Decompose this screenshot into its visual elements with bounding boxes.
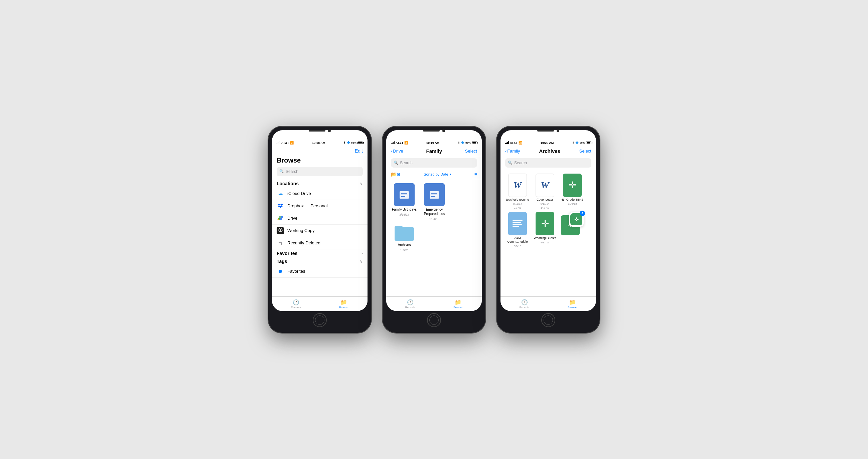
phone-top-bar-3 [496, 126, 600, 135]
drive-label: Drive [287, 216, 297, 221]
status-left-3: AT&T 📶 [505, 141, 522, 144]
dropbox-item[interactable]: Dropbox — Personal [272, 200, 368, 212]
am-comm-name: A&M Comm...hedule [505, 236, 530, 244]
battery-fill-3 [587, 142, 590, 143]
family-nav-bar: ‹ Drive Family Select [386, 146, 482, 156]
battery-pct-1: 85% [351, 141, 356, 144]
back-button-2[interactable]: ‹ Drive [391, 149, 403, 154]
home-button-1[interactable] [313, 313, 327, 327]
search-container-2: 🔍 Search [386, 156, 482, 170]
emergency-name: Emergency Preparedness [421, 207, 448, 216]
search-bar-3[interactable]: 🔍 Search [505, 158, 591, 168]
trash-icon: 🗑 [277, 239, 284, 247]
favorites-tag-item[interactable]: Favorites [272, 265, 368, 278]
recently-deleted-label: Recently Deleted [287, 240, 320, 245]
carrier-3: AT&T [510, 141, 518, 144]
drive-icon [277, 215, 284, 222]
edit-button[interactable]: Edit [355, 148, 363, 154]
clock-icon-2: 🕐 [407, 299, 414, 305]
list-view-icon[interactable]: ≡ [474, 172, 477, 177]
search-bar-2[interactable]: 🔍 Search [391, 158, 477, 168]
browse-tab-2[interactable]: 📁 Browse [434, 297, 482, 311]
bar3 [279, 142, 279, 144]
folder-icon-1: 📁 [340, 299, 347, 305]
phone-1: AT&T 📶 10:18 AM ⬆ 🔷 85% Edit Browse 🔍 Se… [268, 126, 372, 333]
wedding-guests-icon: ✛ [535, 212, 554, 235]
bar1-3 [505, 143, 506, 144]
bar1 [277, 143, 277, 144]
back-chevron-icon-3: ‹ [505, 149, 506, 154]
search-icon-3: 🔍 [508, 161, 513, 165]
word-w-icon-2: W [541, 180, 549, 191]
wedding-guests-name: Wedding Guests [534, 236, 556, 240]
favorites-section-header[interactable]: Favorites › [272, 249, 368, 257]
family-toolbar: 📂⊕ Sorted by Date ▾ ≡ [386, 170, 482, 179]
cover-letter-size: 142 KB [540, 206, 549, 209]
working-copy-item[interactable]: ⓵ Working Copy [272, 225, 368, 237]
browse-tab-3[interactable]: 📁 Browse [548, 297, 596, 311]
bar3-3 [507, 142, 508, 144]
wedding-guests-item[interactable]: ✛ Wedding Guests 9/17/13 [533, 212, 557, 248]
phone-screen-3: AT&T 📶 10:20 AM ⬆ 🔷 85% ‹ Family Archive… [500, 130, 596, 311]
favorites-title: Favorites [277, 251, 297, 256]
battery-fill-1 [358, 142, 362, 143]
popup-overlay-container: ✛ 4 [569, 212, 584, 227]
bar2 [278, 142, 278, 144]
sort-area[interactable]: Sorted by Date ▾ [424, 172, 451, 176]
browse-nav-1: Edit [272, 146, 368, 155]
search-bar-1[interactable]: 🔍 Search [277, 167, 363, 176]
popup-icon-container: ✛ ✛ 4 [561, 212, 584, 235]
archives-folder-subtitle: 1 item [400, 249, 409, 252]
time-3: 10:20 AM [540, 141, 554, 144]
search-placeholder-1: Search [286, 169, 298, 174]
emergency-item[interactable]: Emergency Preparedness 11/4/15 [421, 183, 448, 221]
home-button-2[interactable] [427, 313, 441, 327]
recents-tab-2[interactable]: 🕐 Recents [386, 297, 434, 311]
teachers-resume-item[interactable]: W teacher's resume 9/11/14 21 KB [505, 173, 530, 210]
bar2-2 [392, 142, 393, 144]
toolbar-left-2: 📂⊕ [391, 172, 401, 177]
cover-letter-icon: W [535, 173, 554, 197]
popup-item[interactable]: ✛ ✛ 4 [560, 212, 585, 248]
bar3-2 [393, 142, 394, 144]
tab-bar-2: 🕐 Recents 📁 Browse [386, 296, 482, 311]
recents-tab-1[interactable]: 🕐 Recents [272, 297, 320, 311]
cross-icon-2: ✛ [541, 218, 549, 229]
browse-label-2: Browse [454, 306, 462, 309]
time-2: 10:19 AM [426, 141, 439, 144]
tags-section-header: Tags ∨ [272, 257, 368, 265]
family-birthdays-item[interactable]: Family Birthdays 3/16/17 [391, 183, 417, 221]
teks-icon: ✛ [563, 173, 582, 197]
back-label-2: Drive [393, 149, 403, 154]
drive-item[interactable]: Drive [272, 212, 368, 225]
select-button-3[interactable]: Select [579, 149, 591, 154]
archives-folder-item[interactable]: Archives 1 item [391, 224, 417, 252]
teks-name: 4th Grade TEKS [561, 198, 583, 202]
archives-nav-bar: ‹ Family Archives Select [500, 146, 596, 156]
folder-icon-2: 📁 [455, 299, 461, 305]
signal-2 [391, 141, 395, 144]
recently-deleted-item[interactable]: 🗑 Recently Deleted [272, 237, 368, 249]
locations-chevron-icon: ∨ [360, 181, 363, 186]
emergency-icon [424, 183, 445, 206]
teks-item[interactable]: ✛ 4th Grade TEKS 11/6/13 [560, 173, 585, 210]
browse-tab-1[interactable]: 📁 Browse [320, 297, 368, 311]
pages-icon [508, 212, 527, 235]
cover-letter-date: 9/11/14 [540, 202, 550, 205]
icloud-drive-item[interactable]: ☁ iCloud Drive [272, 188, 368, 200]
search-placeholder-2: Search [400, 161, 413, 165]
select-button-2[interactable]: Select [465, 149, 477, 154]
time-1: 10:18 AM [312, 141, 325, 144]
back-button-3[interactable]: ‹ Family [505, 149, 520, 154]
carrier-2: AT&T [396, 141, 403, 144]
wifi-icon-1: 📶 [290, 141, 294, 144]
cover-letter-item[interactable]: W Cover Letter 9/11/14 142 KB [533, 173, 557, 210]
speaker-3 [537, 130, 554, 132]
am-comm-item[interactable]: A&M Comm...hedule 9/5/13 [505, 212, 530, 248]
home-button-3[interactable] [541, 313, 555, 327]
recents-tab-3[interactable]: 🕐 Recents [500, 297, 548, 311]
teachers-resume-date: 9/11/14 [513, 202, 522, 205]
emergency-date: 11/4/15 [429, 217, 439, 221]
add-folder-icon[interactable]: 📂⊕ [391, 172, 401, 177]
search-placeholder-3: Search [514, 161, 527, 165]
